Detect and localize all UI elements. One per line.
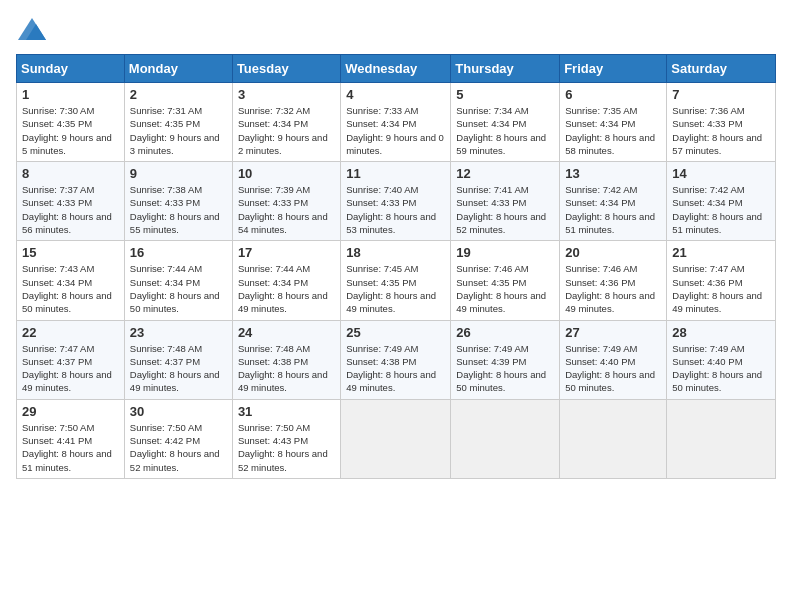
day-number: 20	[565, 245, 661, 260]
calendar-header-row: SundayMondayTuesdayWednesdayThursdayFrid…	[17, 55, 776, 83]
day-info: Sunrise: 7:45 AM Sunset: 4:35 PM Dayligh…	[346, 262, 445, 315]
calendar-day-31: 31 Sunrise: 7:50 AM Sunset: 4:43 PM Dayl…	[232, 399, 340, 478]
calendar-day-24: 24 Sunrise: 7:48 AM Sunset: 4:38 PM Dayl…	[232, 320, 340, 399]
day-number: 31	[238, 404, 335, 419]
calendar-day-29: 29 Sunrise: 7:50 AM Sunset: 4:41 PM Dayl…	[17, 399, 125, 478]
calendar-day-16: 16 Sunrise: 7:44 AM Sunset: 4:34 PM Dayl…	[124, 241, 232, 320]
calendar-body: 1 Sunrise: 7:30 AM Sunset: 4:35 PM Dayli…	[17, 83, 776, 479]
calendar-day-1: 1 Sunrise: 7:30 AM Sunset: 4:35 PM Dayli…	[17, 83, 125, 162]
calendar-day-14: 14 Sunrise: 7:42 AM Sunset: 4:34 PM Dayl…	[667, 162, 776, 241]
calendar-day-28: 28 Sunrise: 7:49 AM Sunset: 4:40 PM Dayl…	[667, 320, 776, 399]
day-number: 27	[565, 325, 661, 340]
calendar-day-3: 3 Sunrise: 7:32 AM Sunset: 4:34 PM Dayli…	[232, 83, 340, 162]
calendar-day-27: 27 Sunrise: 7:49 AM Sunset: 4:40 PM Dayl…	[560, 320, 667, 399]
calendar-day-11: 11 Sunrise: 7:40 AM Sunset: 4:33 PM Dayl…	[341, 162, 451, 241]
day-number: 18	[346, 245, 445, 260]
calendar-day-17: 17 Sunrise: 7:44 AM Sunset: 4:34 PM Dayl…	[232, 241, 340, 320]
calendar-week-4: 22 Sunrise: 7:47 AM Sunset: 4:37 PM Dayl…	[17, 320, 776, 399]
day-number: 6	[565, 87, 661, 102]
day-info: Sunrise: 7:33 AM Sunset: 4:34 PM Dayligh…	[346, 104, 445, 157]
day-number: 8	[22, 166, 119, 181]
day-info: Sunrise: 7:48 AM Sunset: 4:38 PM Dayligh…	[238, 342, 335, 395]
day-number: 3	[238, 87, 335, 102]
calendar-day-18: 18 Sunrise: 7:45 AM Sunset: 4:35 PM Dayl…	[341, 241, 451, 320]
calendar-header-sunday: Sunday	[17, 55, 125, 83]
day-info: Sunrise: 7:49 AM Sunset: 4:39 PM Dayligh…	[456, 342, 554, 395]
day-number: 5	[456, 87, 554, 102]
calendar-day-9: 9 Sunrise: 7:38 AM Sunset: 4:33 PM Dayli…	[124, 162, 232, 241]
calendar-week-2: 8 Sunrise: 7:37 AM Sunset: 4:33 PM Dayli…	[17, 162, 776, 241]
day-number: 24	[238, 325, 335, 340]
calendar-day-2: 2 Sunrise: 7:31 AM Sunset: 4:35 PM Dayli…	[124, 83, 232, 162]
day-info: Sunrise: 7:42 AM Sunset: 4:34 PM Dayligh…	[672, 183, 770, 236]
logo-icon	[16, 16, 48, 44]
day-info: Sunrise: 7:49 AM Sunset: 4:40 PM Dayligh…	[672, 342, 770, 395]
calendar-header-friday: Friday	[560, 55, 667, 83]
day-number: 10	[238, 166, 335, 181]
calendar-day-5: 5 Sunrise: 7:34 AM Sunset: 4:34 PM Dayli…	[451, 83, 560, 162]
day-number: 22	[22, 325, 119, 340]
calendar-empty-cell	[451, 399, 560, 478]
day-info: Sunrise: 7:50 AM Sunset: 4:42 PM Dayligh…	[130, 421, 227, 474]
day-info: Sunrise: 7:36 AM Sunset: 4:33 PM Dayligh…	[672, 104, 770, 157]
calendar-day-4: 4 Sunrise: 7:33 AM Sunset: 4:34 PM Dayli…	[341, 83, 451, 162]
day-info: Sunrise: 7:43 AM Sunset: 4:34 PM Dayligh…	[22, 262, 119, 315]
day-info: Sunrise: 7:34 AM Sunset: 4:34 PM Dayligh…	[456, 104, 554, 157]
calendar-header-monday: Monday	[124, 55, 232, 83]
day-info: Sunrise: 7:47 AM Sunset: 4:36 PM Dayligh…	[672, 262, 770, 315]
day-info: Sunrise: 7:48 AM Sunset: 4:37 PM Dayligh…	[130, 342, 227, 395]
day-info: Sunrise: 7:49 AM Sunset: 4:40 PM Dayligh…	[565, 342, 661, 395]
day-info: Sunrise: 7:44 AM Sunset: 4:34 PM Dayligh…	[238, 262, 335, 315]
day-number: 26	[456, 325, 554, 340]
day-info: Sunrise: 7:38 AM Sunset: 4:33 PM Dayligh…	[130, 183, 227, 236]
day-number: 13	[565, 166, 661, 181]
day-info: Sunrise: 7:44 AM Sunset: 4:34 PM Dayligh…	[130, 262, 227, 315]
day-number: 17	[238, 245, 335, 260]
day-number: 28	[672, 325, 770, 340]
header	[16, 16, 776, 44]
day-number: 25	[346, 325, 445, 340]
day-number: 19	[456, 245, 554, 260]
calendar-empty-cell	[341, 399, 451, 478]
day-info: Sunrise: 7:42 AM Sunset: 4:34 PM Dayligh…	[565, 183, 661, 236]
day-info: Sunrise: 7:46 AM Sunset: 4:36 PM Dayligh…	[565, 262, 661, 315]
calendar: SundayMondayTuesdayWednesdayThursdayFrid…	[16, 54, 776, 479]
calendar-day-20: 20 Sunrise: 7:46 AM Sunset: 4:36 PM Dayl…	[560, 241, 667, 320]
day-number: 7	[672, 87, 770, 102]
day-number: 4	[346, 87, 445, 102]
calendar-header-thursday: Thursday	[451, 55, 560, 83]
day-info: Sunrise: 7:40 AM Sunset: 4:33 PM Dayligh…	[346, 183, 445, 236]
calendar-week-1: 1 Sunrise: 7:30 AM Sunset: 4:35 PM Dayli…	[17, 83, 776, 162]
day-number: 1	[22, 87, 119, 102]
day-info: Sunrise: 7:37 AM Sunset: 4:33 PM Dayligh…	[22, 183, 119, 236]
day-info: Sunrise: 7:47 AM Sunset: 4:37 PM Dayligh…	[22, 342, 119, 395]
calendar-day-6: 6 Sunrise: 7:35 AM Sunset: 4:34 PM Dayli…	[560, 83, 667, 162]
day-number: 9	[130, 166, 227, 181]
day-number: 23	[130, 325, 227, 340]
calendar-header-wednesday: Wednesday	[341, 55, 451, 83]
calendar-day-10: 10 Sunrise: 7:39 AM Sunset: 4:33 PM Dayl…	[232, 162, 340, 241]
calendar-header-tuesday: Tuesday	[232, 55, 340, 83]
calendar-day-12: 12 Sunrise: 7:41 AM Sunset: 4:33 PM Dayl…	[451, 162, 560, 241]
day-info: Sunrise: 7:39 AM Sunset: 4:33 PM Dayligh…	[238, 183, 335, 236]
day-number: 16	[130, 245, 227, 260]
day-number: 12	[456, 166, 554, 181]
day-info: Sunrise: 7:35 AM Sunset: 4:34 PM Dayligh…	[565, 104, 661, 157]
calendar-day-26: 26 Sunrise: 7:49 AM Sunset: 4:39 PM Dayl…	[451, 320, 560, 399]
calendar-week-3: 15 Sunrise: 7:43 AM Sunset: 4:34 PM Dayl…	[17, 241, 776, 320]
calendar-day-30: 30 Sunrise: 7:50 AM Sunset: 4:42 PM Dayl…	[124, 399, 232, 478]
calendar-day-13: 13 Sunrise: 7:42 AM Sunset: 4:34 PM Dayl…	[560, 162, 667, 241]
day-info: Sunrise: 7:32 AM Sunset: 4:34 PM Dayligh…	[238, 104, 335, 157]
calendar-day-25: 25 Sunrise: 7:49 AM Sunset: 4:38 PM Dayl…	[341, 320, 451, 399]
day-info: Sunrise: 7:30 AM Sunset: 4:35 PM Dayligh…	[22, 104, 119, 157]
calendar-header-saturday: Saturday	[667, 55, 776, 83]
calendar-day-8: 8 Sunrise: 7:37 AM Sunset: 4:33 PM Dayli…	[17, 162, 125, 241]
day-info: Sunrise: 7:31 AM Sunset: 4:35 PM Dayligh…	[130, 104, 227, 157]
day-info: Sunrise: 7:41 AM Sunset: 4:33 PM Dayligh…	[456, 183, 554, 236]
day-info: Sunrise: 7:46 AM Sunset: 4:35 PM Dayligh…	[456, 262, 554, 315]
calendar-day-15: 15 Sunrise: 7:43 AM Sunset: 4:34 PM Dayl…	[17, 241, 125, 320]
day-number: 29	[22, 404, 119, 419]
day-number: 21	[672, 245, 770, 260]
calendar-empty-cell	[667, 399, 776, 478]
logo	[16, 16, 52, 44]
